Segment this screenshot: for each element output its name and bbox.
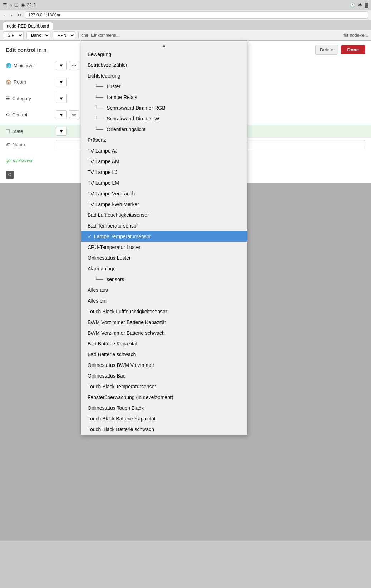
- got-miniserver-text: got miniserver: [6, 158, 33, 163]
- dropdown-item[interactable]: Touch Black Batterie schwach: [81, 424, 247, 435]
- toolbar-che: che: [81, 33, 88, 38]
- address-bar[interactable]: [25, 11, 368, 19]
- top-bar-left: ☰ ⌂ ❏ ◉ 22,2: [3, 2, 347, 8]
- miniserver-label: 🌐 Miniserver: [6, 63, 56, 68]
- done-button[interactable]: Done: [341, 45, 366, 54]
- dropdown-item[interactable]: Bad Temperatursensor: [81, 220, 247, 231]
- dropdown-item[interactable]: Schrakwand Dimmer W: [81, 113, 247, 124]
- dropdown-item[interactable]: Bewegung: [81, 49, 247, 60]
- dropdown-item[interactable]: Fensterüberwachung (in development): [81, 392, 247, 403]
- top-bar-time: 22,2: [27, 2, 36, 8]
- tab-node-red-dashboard[interactable]: node-RED Dashboard: [3, 22, 53, 30]
- dropdown-item[interactable]: Onlinestatus Touch Black: [81, 403, 247, 413]
- miniserver-icon: 🌐: [6, 63, 11, 68]
- bank-dropdown[interactable]: Bank: [26, 31, 50, 39]
- dropdown-item[interactable]: Lampe Relais: [81, 92, 247, 103]
- control-select[interactable]: ▼: [56, 110, 67, 119]
- tab-label-node-re: für node-re...: [343, 33, 368, 38]
- name-icon: 🏷: [6, 142, 10, 147]
- category-icon: ☰: [6, 96, 10, 101]
- battery-icon: ▓: [365, 2, 368, 8]
- browser-tabs: node-RED Dashboard: [0, 20, 371, 30]
- category-select[interactable]: ▼: [56, 94, 67, 103]
- browser-toolbar: SIP Bank VPN che Einkommens... für node-…: [0, 30, 371, 41]
- menu-icon[interactable]: ☰: [3, 2, 7, 8]
- dropbox-icon[interactable]: ❏: [14, 2, 19, 8]
- state-select[interactable]: ▼: [56, 127, 67, 136]
- clock-icon: 🕐: [350, 2, 355, 8]
- control-label: ⚙ Control: [6, 112, 56, 118]
- dropdown-item[interactable]: TV Lampe LM: [81, 178, 247, 188]
- top-bar-right: 🕐 ✱ ▓: [350, 2, 368, 8]
- dropdown-item[interactable]: Alles ein: [81, 295, 247, 306]
- edit-panel-title: Edit control in n: [6, 47, 46, 53]
- forward-button[interactable]: ›: [9, 12, 14, 19]
- dropdown-item[interactable]: Onlinestatus Luster: [81, 253, 247, 263]
- category-label: ☰ Category: [6, 96, 56, 101]
- dropdown-item[interactable]: Bad Batterie Kapazität: [81, 338, 247, 349]
- reload-button[interactable]: ↻: [16, 12, 23, 19]
- dropdown-item[interactable]: Alarmanlage: [81, 263, 247, 274]
- dropdown-item[interactable]: Lichtsteuerung: [81, 70, 247, 81]
- browser-nav: ‹ › ↻: [0, 10, 371, 20]
- dropdown-item[interactable]: TV Lampe kWh Merker: [81, 199, 247, 210]
- room-select[interactable]: ▼: [56, 78, 67, 86]
- room-label: 🏠 Room: [6, 79, 56, 85]
- state-icon: ☐: [6, 129, 10, 134]
- dropdown-item[interactable]: BWM Vorzimmer Batterie Kapazität: [81, 317, 247, 328]
- dropdown-item[interactable]: ✓ Lampe Temperatursensor: [81, 231, 247, 242]
- control-icon: ⚙: [6, 112, 10, 118]
- dropdown-item[interactable]: Touch Black Luftfeuchtigkeitssensor: [81, 306, 247, 317]
- delete-button[interactable]: Delete: [315, 45, 338, 55]
- stats-icon[interactable]: ◉: [21, 2, 25, 8]
- dropdown-item[interactable]: Touch Black Batterie Kapazität: [81, 413, 247, 424]
- dropdown-list[interactable]: BewegungBetriebszeitzählerLichtsteuerung…: [81, 49, 247, 435]
- dropdown-item[interactable]: TV Lampe LJ: [81, 167, 247, 178]
- dropdown-item[interactable]: TV Lampe AJ: [81, 145, 247, 156]
- miniserver-edit-btn[interactable]: ✏: [69, 61, 79, 70]
- dropdown-item[interactable]: Luster: [81, 81, 247, 92]
- dropdown-arrow-up: ▲: [81, 41, 247, 49]
- dropdown-item[interactable]: Schrakwand Dimmer RGB: [81, 103, 247, 113]
- bluetooth-icon: ✱: [358, 2, 362, 8]
- dropdown-item[interactable]: TV Lampe AM: [81, 156, 247, 167]
- dropdown-item[interactable]: CPU-Temperatur Luster: [81, 242, 247, 253]
- state-label: ☐ State: [6, 129, 56, 134]
- home-icon[interactable]: ⌂: [9, 2, 12, 8]
- control-edit-btn[interactable]: ✏: [69, 110, 79, 119]
- dropdown-item[interactable]: Betriebszeitzähler: [81, 60, 247, 70]
- name-label: 🏷 Name: [6, 142, 56, 147]
- room-icon: 🏠: [6, 79, 11, 85]
- dropdown-item[interactable]: Präsenz: [81, 135, 247, 145]
- dropdown-item[interactable]: sensors: [81, 274, 247, 285]
- vpn-dropdown[interactable]: VPN: [53, 31, 75, 39]
- back-button[interactable]: ‹: [3, 12, 7, 19]
- dropdown-item[interactable]: Bad Luftfeuchtigkeitssensor: [81, 210, 247, 220]
- state-dropdown-overlay: ▲ BewegungBetriebszeitzählerLichtsteueru…: [81, 41, 247, 435]
- dropdown-item[interactable]: TV Lampe Verbrauch: [81, 188, 247, 199]
- dropdown-item[interactable]: Touch Black Temperatursensor: [81, 381, 247, 392]
- toolbar-einkommenst: Einkommens...: [91, 33, 119, 38]
- miniserver-select[interactable]: ▼: [56, 61, 67, 70]
- sip-dropdown[interactable]: SIP: [3, 31, 24, 39]
- dropdown-item[interactable]: Bad Batterie schwach: [81, 349, 247, 360]
- browser-chrome: ‹ › ↻ node-RED Dashboard: [0, 10, 371, 30]
- dropdown-item[interactable]: BWM Vorzimmer Batterie schwach: [81, 328, 247, 338]
- page-content: Edit control in n Delete Done 🌐 Miniserv…: [0, 41, 371, 541]
- dropdown-item[interactable]: Onlinestatus BWM Vorzimmer: [81, 360, 247, 370]
- dropdown-item[interactable]: Orientierungslicht: [81, 124, 247, 135]
- c-indicator: C: [6, 171, 14, 179]
- edit-panel-actions: Delete Done: [315, 45, 365, 55]
- macos-top-bar: ☰ ⌂ ❏ ◉ 22,2 🕐 ✱ ▓: [0, 0, 371, 10]
- dropdown-item[interactable]: Alles aus: [81, 285, 247, 295]
- dropdown-item[interactable]: Onlinestatus Bad: [81, 370, 247, 381]
